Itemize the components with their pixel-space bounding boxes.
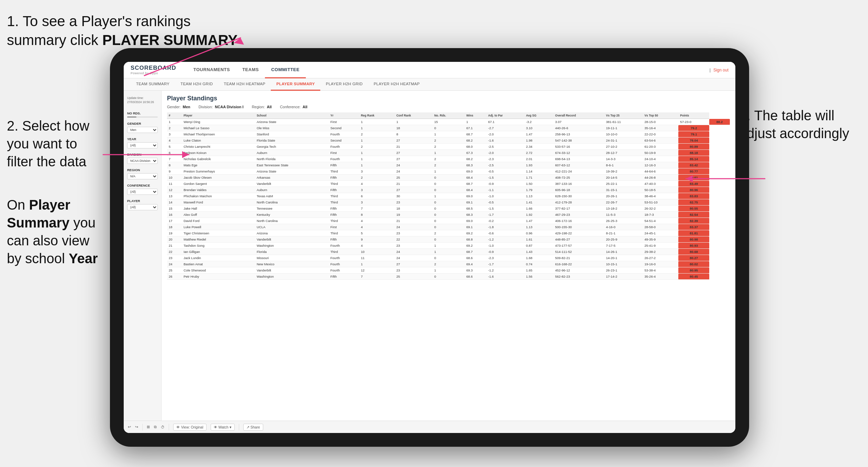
table-cell: 18 [394, 125, 432, 131]
table-cell: 49-35-9 [643, 236, 678, 243]
toolbar-divider-2 [169, 424, 169, 431]
table-row[interactable]: 5Christo LamprechtGeorgia TechFourth2212… [167, 144, 730, 150]
col-vs-top50: Vs Top 50 [643, 112, 678, 119]
table-cell: 0 [433, 224, 465, 230]
conference-select[interactable]: (All) [127, 189, 158, 195]
table-cell: 10 [167, 175, 182, 181]
table-cell: -1.2 [487, 236, 524, 243]
sub-nav-player-h2h-heatmap[interactable]: PLAYER H2H HEATMAP [368, 78, 425, 91]
table-row[interactable]: 23Jack LundinMissouriFourth1124068.6-2.3… [167, 255, 730, 261]
table-row[interactable]: 1Wenyi DingArizona StateFirst1115167.1-3… [167, 119, 730, 125]
table-row[interactable]: 14Maxwell FordNorth CarolinaThird323069.… [167, 199, 730, 205]
table-cell: 1 [433, 243, 465, 249]
table-cell: Fourth [329, 255, 359, 261]
points-cell: 82.39 [678, 218, 709, 224]
table-cell: 4 [359, 218, 394, 224]
table-cell: 68.7 [465, 249, 486, 255]
table-cell: 22 [167, 249, 182, 255]
table-cell: 54-51-4 [643, 218, 678, 224]
view-original-btn[interactable]: 👁 View: Original [173, 424, 207, 431]
paste-btn[interactable]: ⧉ [154, 425, 157, 429]
nav-tab-committee[interactable]: COMMITTEE [265, 62, 306, 78]
points-cell: 80.45 [678, 274, 709, 280]
table-row[interactable]: 16Alex GoffKentuckyFifth819068.3-1.71.92… [167, 212, 730, 218]
table-cell: 69.0 [465, 193, 486, 199]
table-cell: 18 [394, 205, 432, 212]
table-cell: 412-221-24 [554, 168, 604, 175]
table-row[interactable]: 13Phichaksn MaichonTexas A&MThird630169.… [167, 193, 730, 199]
table-cell: 68.7 [465, 131, 486, 137]
table-cell: -2.0 [487, 150, 524, 156]
table-cell: 21 [394, 181, 432, 187]
table-cell: 2 [359, 144, 394, 150]
table-cell: 2 [433, 230, 465, 236]
table-row[interactable]: 2Michael Le SassoOle MissSecond118067.1-… [167, 125, 730, 131]
update-time-label: Update time: 27/03/2024 16:56:26 [127, 96, 158, 104]
table-cell: Fourth [329, 267, 359, 274]
table-cell: New Mexico [255, 261, 329, 267]
table-row[interactable]: 22Ian GilliganFloridaThird1024168.7-0.91… [167, 249, 730, 255]
table-row[interactable]: 19Tiger ChristensenArizonaThird523269.2-… [167, 230, 730, 236]
table-cell: 1.92 [524, 212, 554, 218]
player-select[interactable]: (All) [127, 204, 158, 210]
watch-btn[interactable]: 👁 Watch ▾ [211, 424, 235, 431]
table-cell: 509-82-21 [554, 255, 604, 261]
share-btn[interactable]: ↗ Share [243, 424, 263, 431]
table-cell: 616-168-22 [554, 261, 604, 267]
points-cell: 88.18 [678, 150, 709, 156]
table-row[interactable]: 9Preston SummerhaysArizona StateThird324… [167, 168, 730, 175]
redo-btn[interactable]: ↪ [135, 425, 138, 429]
table-cell: Fourth [329, 243, 359, 249]
table-cell: 14-3-3 [604, 156, 643, 162]
points-cell: 82.75 [678, 199, 709, 205]
clock-btn[interactable]: ⏱ [161, 425, 165, 429]
table-row[interactable]: 10Jacob Skov OlesenArkansasFifth225068.4… [167, 175, 730, 181]
table-cell: First [329, 224, 359, 230]
region-select[interactable]: N/A [127, 173, 158, 179]
table-row[interactable]: 15Jake HallTennesseeFifth718068.5-1.51.6… [167, 205, 730, 212]
sign-out-link[interactable]: Sign out [713, 68, 728, 73]
table-row[interactable]: 6Jackson KoivunAuburnFirst127167.3-2.02.… [167, 150, 730, 156]
table-cell: 31-15-1 [604, 187, 643, 193]
table-row[interactable]: 26Petr HrubyWashingtonFifth725068.6-1.61… [167, 274, 730, 280]
table-cell: 47-40-3 [643, 181, 678, 187]
table-row[interactable]: 17David FordNorth CarolinaThird421069.0-… [167, 218, 730, 224]
table-cell: 1 [465, 119, 486, 125]
table-row[interactable]: 4Luke ClatonFlorida StateSecond127268.2-… [167, 137, 730, 144]
table-cell: 8-6-1 [604, 162, 643, 168]
table-cell: 19 [167, 230, 182, 236]
table-cell: 440-26-6 [554, 125, 604, 131]
table-cell: Phichaksn Maichon [182, 193, 255, 199]
table-row[interactable]: 20Matthew RiedelVanderbiltFifth922068.8-… [167, 236, 730, 243]
sub-nav-player-h2h-grid[interactable]: PLAYER H2H GRID [320, 78, 368, 91]
sub-nav-player-summary[interactable]: PLAYER SUMMARY [271, 78, 320, 91]
table-row[interactable]: 12Brendan ValdesAuburnFifth327068.4-1.11… [167, 187, 730, 193]
table-cell: 15 [433, 119, 465, 125]
table-row[interactable]: 8Mats EgeEast Tennessee StateFifth124268… [167, 162, 730, 168]
table-cell: 2.72 [524, 150, 554, 156]
copy-btn[interactable]: ⊞ [147, 425, 150, 429]
table-row[interactable]: 18Luke PowellUCLAFirst424069.1-1.81.1350… [167, 224, 730, 230]
gender-select[interactable]: Men [127, 127, 158, 133]
table-cell: 11 [167, 181, 182, 187]
table-row[interactable]: 11Gordon SargentVanderbiltThird421068.7-… [167, 181, 730, 187]
table-cell: 0 [433, 199, 465, 205]
table-cell: 0.96 [524, 230, 554, 236]
table-cell: 24 [394, 224, 432, 230]
table-cell: 2 [433, 162, 465, 168]
table-row[interactable]: 7Nicholas GabrelcikNorth FloridaFourth12… [167, 156, 730, 162]
table-cell: 4-16-0 [604, 224, 643, 230]
undo-btn[interactable]: ↩ [128, 425, 131, 429]
table-cell: Fourth [329, 131, 359, 137]
table-cell: 3 [359, 187, 394, 193]
table-cell: 22-26-7 [604, 199, 643, 205]
table-cell: 1 [359, 125, 394, 131]
table-row[interactable]: 3Michael ThorbjornsenStanfordFourth28168… [167, 131, 730, 137]
table-row[interactable]: 25Cole SherwoodVanderbiltFourth1223169.3… [167, 267, 730, 274]
table-cell: Second [329, 125, 359, 131]
col-no-rds: No. Rds. [433, 112, 465, 119]
no-rds-slider-track[interactable] [127, 116, 158, 118]
table-cell: 6 [359, 193, 394, 199]
table-row[interactable]: 24Bastien AmatNew MexicoFourth127269.4-1… [167, 261, 730, 267]
table-row[interactable]: 21Tashdon SongWashingtonFourth423169.2-1… [167, 243, 730, 249]
